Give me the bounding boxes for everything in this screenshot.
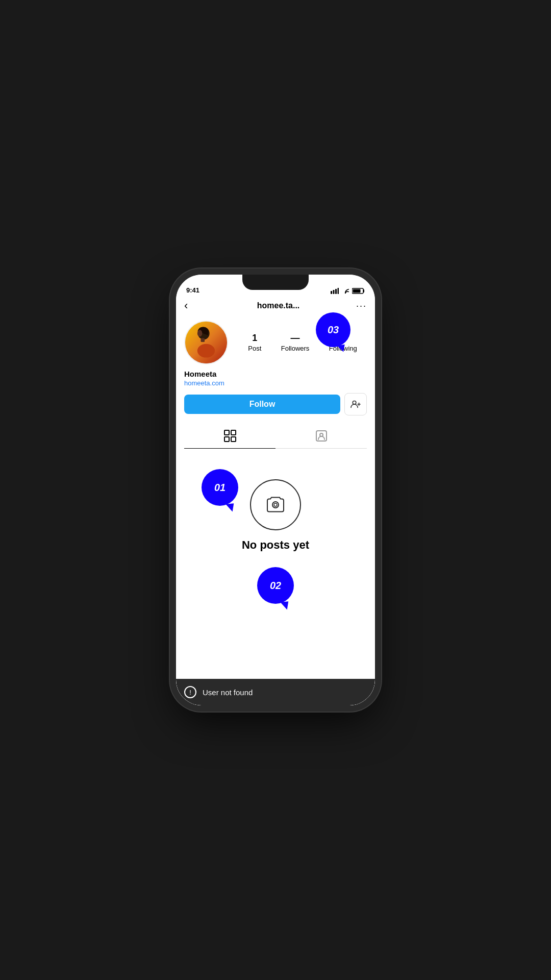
stat-followers[interactable]: — Followers	[281, 333, 310, 352]
content-area: 01 No posts yet 02	[176, 449, 375, 604]
top-nav: ‹ homee.ta... ··· 03	[176, 297, 375, 316]
svg-point-22	[274, 503, 277, 506]
svg-rect-9	[201, 338, 205, 342]
profile-website[interactable]: homeeta.com	[184, 379, 367, 387]
svg-point-12	[353, 401, 356, 404]
svg-rect-6	[353, 289, 361, 293]
svg-rect-18	[231, 437, 236, 442]
signal-icon	[331, 288, 339, 294]
bubble-02: 02	[257, 567, 294, 604]
add-person-icon	[350, 400, 361, 409]
tagged-icon	[315, 430, 328, 442]
back-button[interactable]: ‹	[184, 299, 201, 312]
more-button[interactable]: ···	[356, 301, 367, 311]
posts-count: 1	[252, 333, 257, 344]
avatar-svg	[185, 322, 227, 363]
camera-circle	[250, 479, 301, 530]
svg-point-21	[272, 502, 279, 508]
no-posts-text: No posts yet	[242, 538, 309, 552]
add-friend-button[interactable]	[344, 393, 367, 415]
avatar-image	[185, 322, 227, 363]
svg-rect-3	[338, 288, 339, 294]
svg-rect-0	[331, 291, 332, 294]
tab-tagged[interactable]	[276, 424, 367, 448]
bubble-01-label: 01	[214, 482, 226, 494]
svg-rect-17	[224, 437, 229, 442]
toast-icon: !	[184, 686, 196, 698]
grid-icon	[224, 430, 236, 442]
bubble-03-label: 03	[328, 324, 339, 336]
phone-notch	[242, 275, 309, 290]
posts-label: Post	[248, 345, 261, 352]
svg-rect-16	[231, 430, 236, 435]
tab-grid[interactable]	[184, 424, 276, 448]
phone-frame: 9:41	[176, 275, 375, 705]
stat-posts[interactable]: 1 Post	[248, 333, 261, 352]
status-icons	[331, 288, 365, 294]
svg-rect-1	[333, 290, 335, 294]
bubble-02-label: 02	[270, 580, 281, 592]
avatar	[184, 321, 228, 364]
follow-button[interactable]: Follow	[184, 395, 340, 414]
svg-rect-15	[224, 430, 229, 435]
svg-point-4	[345, 292, 346, 293]
status-time: 9:41	[186, 286, 199, 294]
camera-icon	[264, 494, 287, 516]
phone-screen: 9:41	[176, 275, 375, 705]
profile-name: Homeeta	[184, 370, 367, 378]
svg-point-11	[197, 330, 203, 336]
wifi-icon	[341, 288, 349, 294]
svg-point-10	[197, 344, 215, 358]
followers-count: —	[291, 333, 300, 344]
bubble-01: 01	[202, 469, 238, 506]
action-row: Follow	[184, 393, 367, 415]
profile-username: homee.ta...	[257, 301, 300, 310]
svg-rect-2	[335, 289, 337, 294]
followers-label: Followers	[281, 345, 310, 352]
battery-icon	[352, 288, 365, 294]
bubble-03: 03	[316, 312, 350, 347]
toast-bar: ! User not found	[176, 679, 375, 705]
toast-message: User not found	[203, 688, 253, 697]
tabs-row	[184, 424, 367, 449]
